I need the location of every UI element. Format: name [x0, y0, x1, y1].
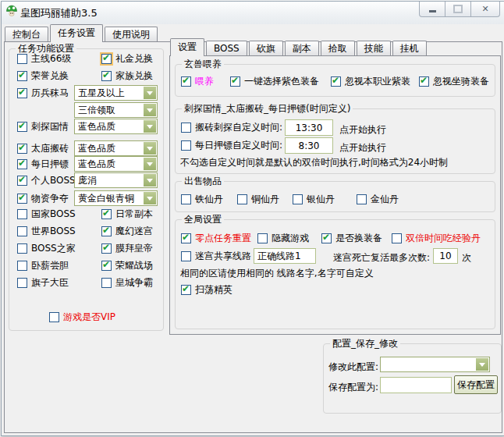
tab-kanqi[interactable]: 砍旗 [249, 41, 283, 56]
check-hide-game: 隐藏游戏 [257, 233, 309, 244]
checkbox[interactable] [419, 76, 429, 87]
check-silver-pill: 银仙丹 [293, 194, 335, 205]
check-game-vip: 游戏是否VIP [49, 311, 115, 323]
chevron-down-icon [144, 104, 156, 116]
check-swap-gear: 是否换装备 [321, 233, 382, 244]
checkbox[interactable] [101, 71, 112, 81]
checkbox[interactable] [181, 233, 191, 243]
title-bar: 皇图玛丽辅助3.5 ✕ [2, 2, 504, 24]
checkbox[interactable] [101, 278, 112, 288]
combo-claim-mode[interactable]: 三倍领取 [74, 102, 158, 118]
checkbox[interactable] [293, 194, 303, 204]
checkbox[interactable] [357, 194, 367, 204]
checkbox[interactable] [17, 144, 27, 154]
check-resource-fight: 物资争夺 [17, 193, 69, 204]
checkbox-label: 隐藏游戏 [272, 232, 309, 245]
checkbox[interactable] [101, 243, 112, 254]
save-config-button[interactable]: 保存配置 [454, 375, 498, 394]
checkbox-label: 银仙丹 [307, 193, 335, 206]
checkbox-label: 金仙丹 [371, 193, 399, 206]
checkbox-label: 每日押镖 [31, 158, 69, 171]
tab-shiqu[interactable]: 拾取 [321, 41, 355, 56]
chevron-down-icon [144, 158, 156, 170]
checkbox[interactable] [49, 312, 59, 322]
checkbox[interactable] [237, 194, 247, 204]
checkbox[interactable] [17, 122, 27, 132]
save-config-label: 保存配置为: [328, 381, 378, 394]
tab-jineng[interactable]: 技能 [357, 41, 391, 56]
checkbox-label: 太庙搬砖 [31, 142, 69, 155]
combo-spy-quality[interactable]: 蓝色品质 [74, 119, 158, 134]
sell-items-title: 出售物品 [182, 175, 224, 188]
tab-shezhi[interactable]: 设置 [170, 38, 204, 56]
checkbox[interactable] [181, 285, 191, 295]
checkbox-label: 魔幻迷宫 [115, 225, 153, 238]
chevron-down-icon [144, 192, 156, 204]
tab-help[interactable]: 使用说明 [105, 27, 158, 42]
checkbox[interactable] [181, 123, 191, 133]
chevron-down-icon [144, 120, 156, 133]
check-gift-exchange: 礼金兑换 [101, 53, 153, 65]
checkbox[interactable] [181, 194, 191, 204]
save-config-input[interactable] [380, 377, 452, 393]
tab-task-settings[interactable]: 任务设置 [50, 24, 103, 42]
checkbox-label: 卧薪尝胆 [31, 259, 69, 272]
combo-temple-quality[interactable]: 蓝色品质 [74, 140, 158, 156]
checkbox[interactable] [17, 278, 27, 288]
brick-spy-time-input[interactable]: 13:30 [285, 119, 333, 136]
checkbox[interactable] [392, 233, 402, 243]
check-boss-home: BOSS之家 [17, 243, 76, 254]
checkbox[interactable] [331, 76, 341, 87]
checkbox-label: 国家BOSS [31, 208, 76, 221]
checkbox[interactable] [17, 194, 27, 204]
checkbox[interactable] [181, 251, 191, 261]
checkbox[interactable] [17, 88, 27, 98]
minimize-button[interactable] [419, 2, 445, 17]
checkbox[interactable] [181, 140, 191, 151]
tab-boss[interactable]: BOSS [206, 41, 247, 56]
combo-escort-quality[interactable]: 蓝色品质 [74, 156, 158, 172]
combo-libing-quality[interactable]: 五星及以上 [74, 85, 158, 101]
checkbox[interactable] [17, 243, 27, 254]
checkbox-label: 零点任务重置 [195, 232, 251, 245]
checkbox[interactable] [101, 226, 112, 236]
chevron-down-icon [476, 358, 488, 371]
chevron-down-icon [144, 87, 156, 99]
checkbox-label: 迷宫共享线路 [195, 250, 251, 263]
combo-personal-boss[interactable]: 庞涓 [74, 172, 158, 188]
checkbox[interactable] [17, 209, 27, 219]
checkbox[interactable] [101, 261, 112, 271]
maximize-icon [453, 5, 463, 13]
checkbox[interactable] [181, 76, 191, 87]
checkbox[interactable] [17, 226, 27, 236]
checkbox[interactable] [17, 159, 27, 169]
check-palace-battle: 皇城争霸 [101, 277, 153, 289]
checkbox-label: 皇城争霸 [115, 276, 153, 290]
maze-death-input[interactable]: 10 [433, 248, 458, 264]
tab-fuben[interactable]: 副本 [285, 41, 319, 56]
checkbox-label: 每日押镖自定义时间: [195, 139, 282, 152]
maze-line-input[interactable]: 正确线路1 [254, 248, 316, 264]
modify-config-combo[interactable] [380, 357, 490, 372]
combo-value: 蓝色品质 [78, 142, 115, 155]
check-double-exp-pill: 双倍时间吃经验丹 [392, 233, 481, 244]
checkbox[interactable] [230, 76, 240, 87]
checkbox-label: 主线66级 [31, 52, 71, 66]
tab-console[interactable]: 控制台 [5, 27, 48, 42]
combo-value: 庞涓 [78, 174, 97, 187]
escort-time-input[interactable]: 8:30 [285, 137, 333, 154]
checkbox-label: 礼金兑换 [115, 52, 153, 66]
checkbox[interactable] [17, 176, 27, 186]
checkbox[interactable] [17, 54, 27, 64]
checkbox[interactable] [257, 233, 268, 243]
close-button[interactable]: ✕ [470, 2, 500, 17]
tab-guaji[interactable]: 挂机 [392, 41, 427, 56]
checkbox[interactable] [101, 209, 112, 219]
checkbox[interactable] [321, 233, 332, 243]
checkbox[interactable] [17, 71, 27, 81]
checkbox[interactable] [101, 54, 112, 64]
combo-resource-tier[interactable]: 黄金白银青铜 [74, 190, 158, 206]
maze-death-suffix: 次 [462, 251, 471, 265]
checkbox[interactable] [17, 261, 27, 271]
check-magic-maze: 魔幻迷宫 [101, 226, 153, 237]
